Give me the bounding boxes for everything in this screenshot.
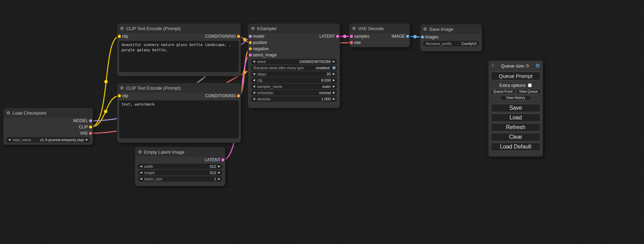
view-queue-button[interactable]: View Queue [517,89,540,94]
input-slot-clip[interactable] [118,94,121,98]
node-title-bar[interactable]: Load Checkpoint [3,108,93,118]
increment-arrow-icon[interactable]: ▶ [333,85,335,88]
node-title-bar[interactable]: Save Image [420,24,482,34]
scheduler-widget[interactable]: ◀ scheduler normal ▶ [251,90,337,96]
decrement-arrow-icon[interactable]: ◀ [253,91,255,94]
input-slot-samples[interactable] [350,35,353,38]
node-title-bar[interactable]: VAE Decode [349,24,410,33]
input-slot-negative[interactable] [249,47,252,51]
decrement-arrow-icon[interactable]: ◀ [253,79,255,82]
widget-value: enabled [316,66,329,70]
filename-prefix-widget[interactable]: filename_prefix ComfyUI [423,41,479,46]
output-slot-latent[interactable] [336,35,339,38]
input-slot-positive[interactable] [249,41,252,44]
node-title-bar[interactable]: Empty Latent Image [135,147,225,157]
input-slot-clip[interactable] [118,35,121,38]
node-clip-text-encode-negative[interactable]: CLIP Text Encode (Prompt) clip CONDITION… [117,83,241,143]
output-slot-clip[interactable] [89,126,92,129]
node-title: VAE Decode [358,26,383,31]
node-title-bar[interactable]: CLIP Text Encode (Prompt) [117,24,241,33]
node-title-bar[interactable]: KSampler [248,24,340,33]
node-load-checkpoint[interactable]: Load Checkpoint MODEL CLIP VAE ◀ ckpt_na… [3,108,93,145]
toggle-ball-icon[interactable] [332,66,336,70]
increment-arrow-icon[interactable]: ▶ [218,171,220,174]
widget-name: Random seed after every gen [254,66,304,70]
input-label-images: images [425,35,439,39]
decrement-arrow-icon[interactable]: ◀ [8,138,10,141]
batch-size-widget[interactable]: ◀ batch_size 1 ▶ [138,176,222,182]
increment-arrow-icon[interactable]: ▶ [218,165,220,168]
random-seed-widget[interactable]: Random seed after every gen enabled [251,65,337,71]
node-graph-canvas[interactable]: Load Checkpoint MODEL CLIP VAE ◀ ckpt_na… [0,0,644,244]
queue-front-button[interactable]: Queue Front [491,89,515,94]
node-save-image[interactable]: Save Image images filename_prefix ComfyU… [420,24,482,51]
link-midpoint-dot [104,80,108,83]
output-slot-image[interactable] [406,35,409,38]
settings-gear-icon[interactable]: ⚙ [536,63,540,69]
slot-row: clip CONDITIONING [117,33,241,39]
queue-menu-panel: ⠿ Queue size: 0 ⚙ Queue Prompt Extra opt… [488,61,543,156]
cfg-widget[interactable]: ◀ cfg 8.000 ▶ [251,78,337,83]
collapse-dot-icon[interactable] [423,27,427,31]
node-title-bar[interactable]: CLIP Text Encode (Prompt) [117,83,241,93]
widget-name: height [144,171,155,175]
input-slot-vae[interactable] [350,41,353,44]
decrement-arrow-icon[interactable]: ◀ [253,98,255,100]
decrement-arrow-icon[interactable]: ◀ [253,73,255,75]
extra-options-label: Extra options [500,83,526,88]
decrement-arrow-icon[interactable]: ◀ [253,85,255,88]
sampler-name-widget[interactable]: ◀ sampler_name euler ▶ [251,84,337,89]
decrement-arrow-icon[interactable]: ◀ [140,178,142,180]
width-widget[interactable]: ◀ width 512 ▶ [138,164,222,169]
queue-prompt-button[interactable]: Queue Prompt [491,72,540,80]
increment-arrow-icon[interactable]: ▶ [86,138,88,141]
collapse-dot-icon[interactable] [138,150,142,154]
input-label-model: model [253,34,264,39]
output-slot-vae[interactable] [89,132,92,135]
prompt-textarea[interactable]: beautiful scenery nature glass bottle la… [119,41,239,72]
view-history-button[interactable]: View History [501,95,531,100]
load-button[interactable]: Load [491,114,540,122]
save-button[interactable]: Save [491,104,540,112]
drag-handle-icon[interactable]: ⠿ [491,63,494,68]
prompt-textarea[interactable]: text, watermark [119,100,239,138]
input-slot-latent-image[interactable] [249,54,252,57]
link-midpoint-dot [243,71,246,74]
refresh-button[interactable]: Refresh [491,123,540,132]
increment-arrow-icon[interactable]: ▶ [333,60,335,63]
output-slot-conditioning[interactable] [237,35,240,38]
collapse-dot-icon[interactable] [120,86,124,90]
node-empty-latent-image[interactable]: Empty Latent Image LATENT ◀ width 512 ▶ … [135,147,225,186]
increment-arrow-icon[interactable]: ▶ [218,178,220,180]
increment-arrow-icon[interactable]: ▶ [333,98,335,100]
collapse-dot-icon[interactable] [251,27,255,30]
output-slot-conditioning[interactable] [237,94,240,98]
height-widget[interactable]: ◀ height 512 ▶ [138,170,222,175]
input-slot-model[interactable] [249,35,252,38]
increment-arrow-icon[interactable]: ▶ [333,79,335,82]
output-slot-latent[interactable] [221,159,224,162]
node-clip-text-encode-positive[interactable]: CLIP Text Encode (Prompt) clip CONDITION… [117,24,241,76]
collapse-dot-icon[interactable] [120,27,124,30]
decrement-arrow-icon[interactable]: ◀ [253,60,255,63]
clear-button[interactable]: Clear [491,133,540,141]
denoise-widget[interactable]: ◀ denoise 1.000 ▶ [251,96,337,102]
input-slot-images[interactable] [421,36,424,39]
increment-arrow-icon[interactable]: ▶ [333,91,335,94]
node-ksampler[interactable]: KSampler model LATENT positive negative … [248,24,340,108]
collapse-dot-icon[interactable] [352,27,356,30]
node-title: Save Image [429,27,453,32]
decrement-arrow-icon[interactable]: ◀ [140,165,142,168]
increment-arrow-icon[interactable]: ▶ [333,73,335,75]
load-default-button[interactable]: Load Default [491,143,540,151]
steps-widget[interactable]: ◀ steps 20 ▶ [251,71,337,77]
node-vae-decode[interactable]: VAE Decode samples IMAGE vae [349,24,410,47]
ckpt-name-widget[interactable]: ◀ ckpt_name v1-5-pruned-emaonly.ckpt ▶ [6,137,90,143]
widget-name: ckpt_name [12,138,31,142]
extra-options-checkbox[interactable] [528,83,532,87]
seed-widget[interactable]: ◀ seed 156680208700286 ▶ [251,59,337,64]
slot-row-vae: vae [349,39,410,46]
decrement-arrow-icon[interactable]: ◀ [140,171,142,174]
output-slot-model[interactable] [89,119,92,123]
collapse-dot-icon[interactable] [7,111,10,115]
